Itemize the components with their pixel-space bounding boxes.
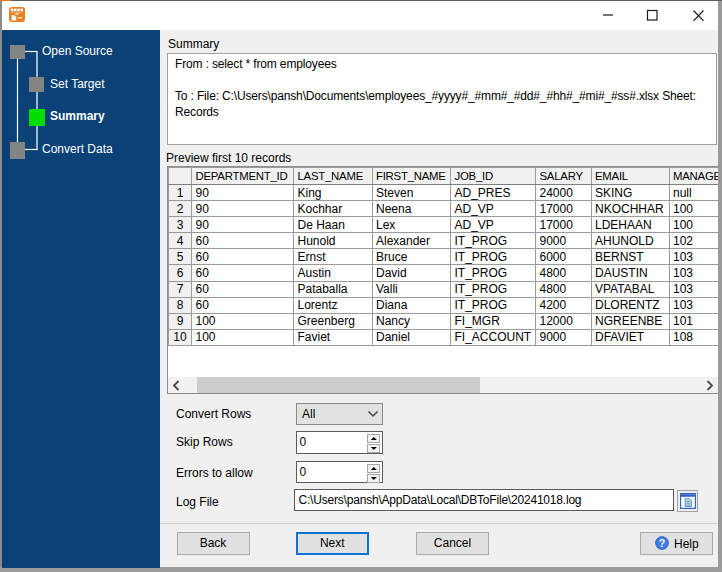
svg-text:?: ? <box>659 537 665 549</box>
